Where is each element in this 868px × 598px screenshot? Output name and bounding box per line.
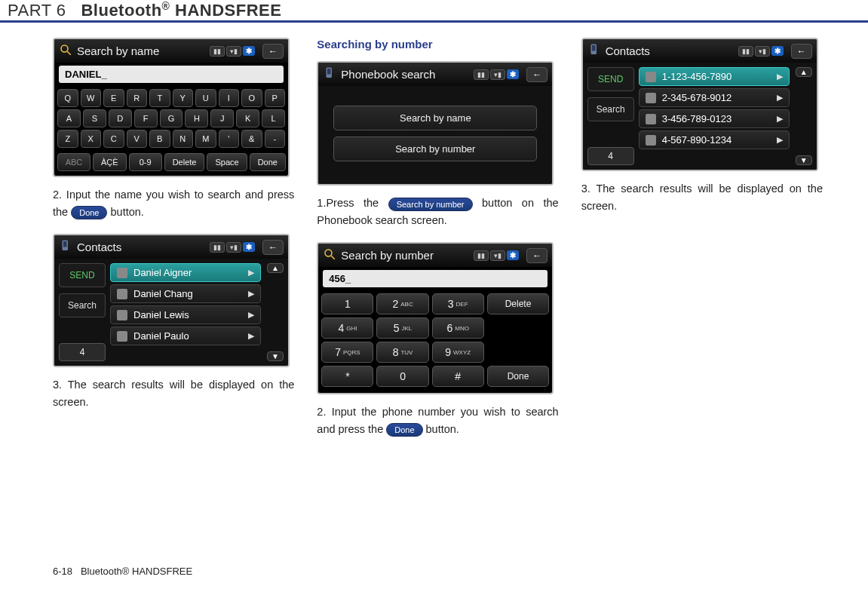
back-button[interactable]: ← <box>791 44 812 59</box>
key-u[interactable]: U <box>195 89 216 107</box>
scroll-down-button[interactable]: ▼ <box>796 155 812 165</box>
key-o[interactable]: O <box>241 89 262 107</box>
search-button[interactable]: Search <box>59 293 106 317</box>
numerics-key[interactable]: 0-9 <box>129 153 162 171</box>
key-f[interactable]: F <box>134 109 158 127</box>
contact-row[interactable]: Daniel Aigner▶ <box>110 263 261 282</box>
done-key[interactable]: Done <box>487 366 550 387</box>
contact-row[interactable]: Daniel Lewis▶ <box>110 305 261 324</box>
numkey-2[interactable]: 2ABC <box>376 293 428 314</box>
key-x[interactable]: X <box>81 130 102 148</box>
numkey-#[interactable]: # <box>432 366 484 387</box>
delete-key[interactable]: Delete <box>487 293 550 314</box>
contact-label: Daniel Aigner <box>133 267 242 278</box>
contact-label: 2-345-678-9012 <box>662 92 771 103</box>
chevron-right-icon: ▶ <box>248 331 254 341</box>
scroll-up-button[interactable]: ▲ <box>267 263 284 273</box>
key-c[interactable]: C <box>103 130 124 148</box>
status-icons: ▮▮ ▾▮ ✱ <box>210 242 255 253</box>
send-button[interactable]: SEND <box>59 263 106 287</box>
signal-icon: ▮▮ <box>474 69 489 80</box>
back-button[interactable]: ← <box>526 67 547 82</box>
key-h[interactable]: H <box>185 109 208 127</box>
contact-row[interactable]: 1-123-456-7890▶ <box>639 67 790 86</box>
contact-row[interactable]: 3-456-789-0123▶ <box>639 109 790 128</box>
key-j[interactable]: J <box>210 109 234 127</box>
delete-key[interactable]: Delete <box>164 153 205 171</box>
status-icons: ▮▮ ▾▮ ✱ <box>474 250 519 261</box>
search-icon <box>323 247 336 263</box>
key-l[interactable]: L <box>262 109 285 127</box>
contact-type-icon <box>117 310 127 320</box>
key-d[interactable]: D <box>109 109 132 127</box>
numkey-7[interactable]: 7PQRS <box>321 342 373 363</box>
key-t[interactable]: T <box>149 89 170 107</box>
header-title: Bluetooth <box>81 1 161 20</box>
screenshot-phonebook-search: Phonebook search ▮▮ ▾▮ ✱ ← Search by nam… <box>317 61 554 186</box>
key-p[interactable]: P <box>265 89 286 107</box>
numkey-4[interactable]: 4GHI <box>321 317 373 339</box>
numkey-5[interactable]: 5JKL <box>376 317 428 339</box>
contact-row[interactable]: 2-345-678-9012▶ <box>639 88 790 107</box>
bluetooth-icon: ✱ <box>771 46 784 56</box>
numkey-6[interactable]: 6MNO <box>432 317 484 339</box>
numkey-9[interactable]: 9WXYZ <box>432 342 484 363</box>
done-key[interactable]: Done <box>250 153 286 171</box>
numkey-0[interactable]: 0 <box>376 366 428 387</box>
contact-label: 3-456-789-0123 <box>662 113 771 124</box>
key-v[interactable]: V <box>127 130 148 148</box>
screenshot-title: Search by number <box>341 249 469 262</box>
signal-icon: ▮▮ <box>474 250 489 261</box>
search-by-number-option[interactable]: Search by number <box>333 136 537 161</box>
key-z[interactable]: Z <box>57 130 78 148</box>
key-e[interactable]: E <box>103 89 124 107</box>
numkey-8[interactable]: 8TUV <box>376 342 428 363</box>
accents-key[interactable]: ÀÇÈ <box>93 153 127 171</box>
keyboard-row-3: ZXCVBNM'&- <box>57 130 285 148</box>
contact-row[interactable]: Daniel Chang▶ <box>110 284 261 303</box>
back-button[interactable]: ← <box>526 248 547 263</box>
key-i[interactable]: I <box>219 89 240 107</box>
key-b[interactable]: B <box>149 130 170 148</box>
key-q[interactable]: Q <box>57 89 78 107</box>
numkey-3[interactable]: 3DEF <box>432 293 484 314</box>
search-by-name-option[interactable]: Search by name <box>333 106 537 130</box>
key-n[interactable]: N <box>173 130 194 148</box>
name-input[interactable]: DANIEL_ <box>59 66 284 83</box>
numkey-*[interactable]: * <box>321 366 373 387</box>
key-s[interactable]: S <box>83 109 106 127</box>
contact-type-icon <box>646 114 656 124</box>
numkey-1[interactable]: 1 <box>321 293 373 314</box>
contacts-list: Daniel Aigner▶Daniel Chang▶Daniel Lewis▶… <box>110 263 261 361</box>
screenshot-title: Contacts <box>606 44 734 57</box>
back-button[interactable]: ← <box>262 44 284 59</box>
key--[interactable]: - <box>265 130 286 148</box>
bluetooth-icon: ✱ <box>243 46 255 56</box>
back-button[interactable]: ← <box>262 240 284 255</box>
key-g[interactable]: G <box>160 109 183 127</box>
search-button[interactable]: Search <box>587 97 634 121</box>
column-1: Search by name ▮▮ ▾▮ ✱ ← DANIEL_ QWERTYU… <box>53 38 294 451</box>
contact-type-icon <box>117 268 127 278</box>
scroll-up-button[interactable]: ▲ <box>796 67 812 77</box>
number-input[interactable]: 456_ <box>323 270 547 287</box>
key-r[interactable]: R <box>127 89 148 107</box>
search-icon <box>59 43 72 59</box>
step-2-text: 2. Input the name you wish to search and… <box>53 186 294 220</box>
contact-row[interactable]: 4-567-890-1234▶ <box>639 130 790 149</box>
contact-row[interactable]: Daniel Paulo▶ <box>110 327 261 345</box>
key-y[interactable]: Y <box>173 89 194 107</box>
send-button[interactable]: SEND <box>587 67 634 91</box>
space-key[interactable]: Space <box>207 153 247 171</box>
key-m[interactable]: M <box>195 130 216 148</box>
key-k[interactable]: K <box>236 109 259 127</box>
chevron-right-icon: ▶ <box>248 310 254 320</box>
key-'[interactable]: ' <box>219 130 240 148</box>
key-w[interactable]: W <box>81 89 102 107</box>
result-count: 4 <box>59 343 106 361</box>
key-&[interactable]: & <box>241 130 262 148</box>
abc-key[interactable]: ABC <box>57 153 90 171</box>
key-a[interactable]: A <box>57 109 81 127</box>
bluetooth-icon: ✱ <box>507 69 519 79</box>
scroll-down-button[interactable]: ▼ <box>267 351 284 361</box>
